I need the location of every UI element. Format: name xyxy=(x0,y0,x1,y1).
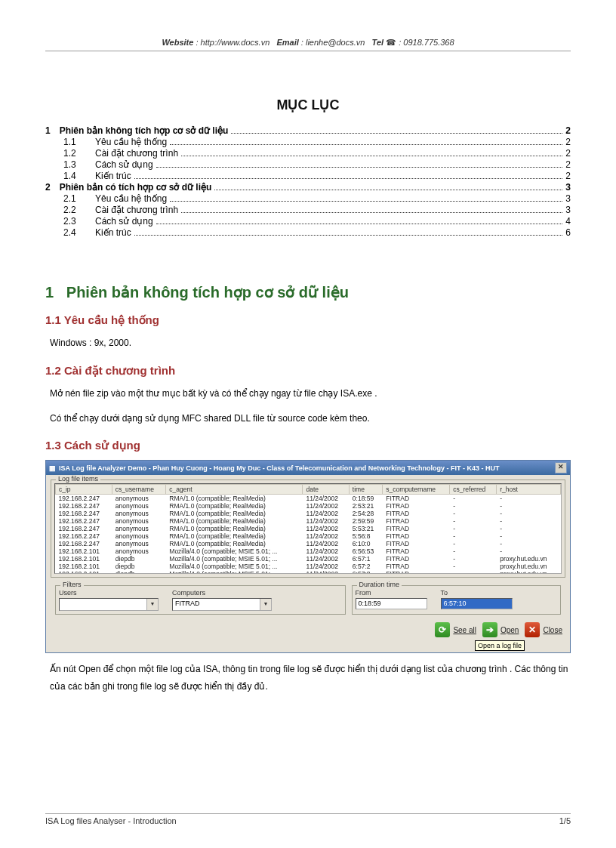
page-header: Website : http://www.docs.vn Email : lie… xyxy=(45,38,571,51)
table-row[interactable]: 192.168.2.101diepdbMozilla/4.0 (compatib… xyxy=(56,563,561,570)
close-button[interactable]: ✕ Close xyxy=(525,622,562,637)
column-header[interactable]: cs_username xyxy=(112,485,165,495)
table-cell: 6:57:1 xyxy=(349,555,383,563)
toc-row[interactable]: 1.1Yêu cầu hệ thống2 xyxy=(45,137,571,147)
column-header[interactable]: r_host xyxy=(497,485,561,495)
table-cell: 5:56:8 xyxy=(349,532,383,540)
table-row[interactable]: 192.168.2.247anonymousRMA/1.0 (compatibl… xyxy=(56,502,561,510)
toc-dots xyxy=(134,230,563,236)
table-row[interactable]: 192.168.2.101diepdbMozilla/4.0 (compatib… xyxy=(56,570,561,574)
filter-to-input[interactable]: 6:57:10 xyxy=(441,598,513,609)
seeall-button[interactable]: ⟳ See all xyxy=(435,622,476,637)
toc-row[interactable]: 2Phiên bản có tích hợp cơ sở dữ liệu3 xyxy=(45,182,571,193)
toc-label: Kiến trúc xyxy=(95,227,131,238)
toc-label: Cài đặt chương trình xyxy=(95,148,178,159)
table-row[interactable]: 192.168.2.247anonymousRMA/1.0 (compatibl… xyxy=(56,510,561,517)
toc-row[interactable]: 1Phiên bản không tích hợp cơ sở dữ liệu2 xyxy=(45,125,571,136)
table-cell: 11/24/2002 xyxy=(303,563,349,570)
toc-dots xyxy=(156,218,563,224)
table-cell: - xyxy=(450,517,497,525)
toc-num: 1.1 xyxy=(63,137,86,147)
table-row[interactable]: 192.168.2.247anonymousRMA/1.0 (compatibl… xyxy=(56,525,561,532)
table-row[interactable]: 192.168.2.101diepdbMozilla/4.0 (compatib… xyxy=(56,555,561,563)
table-cell: RMA/1.0 (compatible; RealMedia) xyxy=(166,532,303,540)
table-cell: - xyxy=(450,563,497,570)
toc-row[interactable]: 2.4Kiến trúc6 xyxy=(45,227,571,238)
open-button[interactable]: ➔ Open xyxy=(482,622,519,637)
table-cell: 192.168.2.101 xyxy=(56,555,112,563)
column-header[interactable]: time xyxy=(349,485,383,495)
filter-users-combo[interactable]: ▼ xyxy=(59,598,159,611)
filter-computers-value: FITRAD xyxy=(173,599,260,610)
toc-row[interactable]: 2.2Cài đặt chương trình3 xyxy=(45,205,571,215)
table-cell: - xyxy=(450,510,497,517)
column-header[interactable]: s_computername xyxy=(383,485,450,495)
toc-num: 1.2 xyxy=(63,148,86,159)
section-1-3-body: Ấn nút Open để chọn một file log của ISA… xyxy=(50,661,571,695)
toc-row[interactable]: 2.1Yêu cầu hệ thống3 xyxy=(45,193,571,204)
table-cell: FITRAD xyxy=(383,547,450,555)
table-cell: 192.168.2.101 xyxy=(56,547,112,555)
toc-row[interactable]: 1.2Cài đặt chương trình2 xyxy=(45,148,571,159)
table-cell: 6:57:8 xyxy=(349,570,383,574)
table-cell: - xyxy=(497,525,561,532)
table-cell: proxy.hut.edu.vn xyxy=(497,555,561,563)
table-cell: - xyxy=(450,495,497,503)
table-cell: anonymous xyxy=(112,525,165,532)
table-cell: - xyxy=(497,547,561,555)
table-cell: - xyxy=(497,532,561,540)
log-table-wrap[interactable]: c_ipcs_usernamec_agentdatetimes_computer… xyxy=(54,483,562,574)
log-table[interactable]: c_ipcs_usernamec_agentdatetimes_computer… xyxy=(55,484,561,574)
table-cell: 192.168.2.101 xyxy=(56,563,112,570)
table-cell: - xyxy=(450,570,497,574)
chevron-down-icon[interactable]: ▼ xyxy=(260,599,271,610)
toc-row[interactable]: 2.3Cách sử dụng4 xyxy=(45,216,571,227)
toc-num: 2.1 xyxy=(63,193,86,204)
table-cell: 11/24/2002 xyxy=(303,555,349,563)
table-row[interactable]: 192.168.2.247anonymousRMA/1.0 (compatibl… xyxy=(56,540,561,547)
table-cell: FITRAD xyxy=(383,502,450,510)
toc-row[interactable]: 1.4Kiến trúc2 xyxy=(45,171,571,181)
title-bar[interactable]: ▦ ISA Log file Analyzer Demo - Phan Huy … xyxy=(46,461,570,475)
column-header[interactable]: c_ip xyxy=(56,485,112,495)
table-cell: 11/24/2002 xyxy=(303,532,349,540)
table-cell: anonymous xyxy=(112,517,165,525)
header-tel-label: Tel xyxy=(372,38,384,47)
column-header[interactable]: cs_referred xyxy=(450,485,497,495)
table-cell: diepdb xyxy=(112,555,165,563)
table-cell: 11/24/2002 xyxy=(303,517,349,525)
toc-row[interactable]: 1.3Cách sử dụng2 xyxy=(45,159,571,170)
column-header[interactable]: c_agent xyxy=(166,485,303,495)
close-x-icon: ✕ xyxy=(525,622,540,637)
toc-page: 3 xyxy=(565,193,571,204)
chevron-down-icon[interactable]: ▼ xyxy=(146,599,158,610)
table-row[interactable]: 192.168.2.101anonymousMozilla/4.0 (compa… xyxy=(56,547,561,555)
duration-group-label: Duration time xyxy=(357,581,402,588)
table-cell: 11/24/2002 xyxy=(303,525,349,532)
table-row[interactable]: 192.168.2.247anonymousRMA/1.0 (compatibl… xyxy=(56,495,561,503)
close-icon[interactable]: ✕ xyxy=(555,462,567,473)
filters-group: Filters Users ▼ Computers FITRAD ▼ xyxy=(55,585,346,615)
table-row[interactable]: 192.168.2.247anonymousRMA/1.0 (compatibl… xyxy=(56,517,561,525)
table-row[interactable]: 192.168.2.247anonymousRMA/1.0 (compatibl… xyxy=(56,532,561,540)
filter-from-label: From xyxy=(356,589,427,597)
open-label: Open xyxy=(500,626,519,634)
table-cell: 192.168.2.247 xyxy=(56,510,112,517)
table-cell: 192.168.2.101 xyxy=(56,570,112,574)
filter-from-input[interactable]: 0:18:59 xyxy=(356,598,427,609)
toc-num: 1 xyxy=(45,125,51,136)
table-cell: proxy.hut.edu.vn xyxy=(497,570,561,574)
toc-page: 2 xyxy=(565,171,571,181)
column-header[interactable]: date xyxy=(303,485,349,495)
header-website-label: Website xyxy=(162,38,193,47)
toc-dots xyxy=(170,196,562,202)
filter-computers-combo[interactable]: FITRAD ▼ xyxy=(172,598,272,611)
table-cell: 11/24/2002 xyxy=(303,502,349,510)
app-icon: ▦ xyxy=(49,464,56,472)
toc-num: 1.4 xyxy=(63,171,86,181)
arrow-right-icon: ➔ xyxy=(482,622,497,637)
table-cell: 5:53:21 xyxy=(349,525,383,532)
toc-page: 2 xyxy=(565,148,571,159)
table-cell: 11/24/2002 xyxy=(303,510,349,517)
table-cell: RMA/1.0 (compatible; RealMedia) xyxy=(166,495,303,503)
